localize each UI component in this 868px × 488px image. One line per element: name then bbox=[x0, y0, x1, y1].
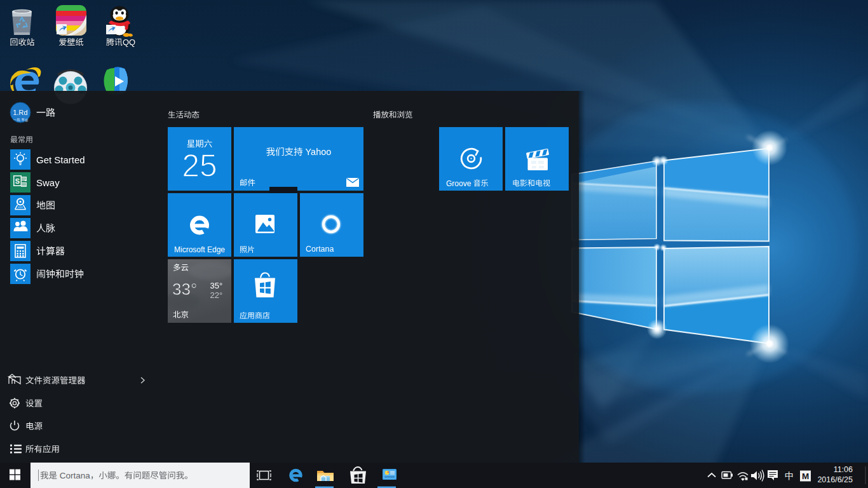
svg-text:Cortana: Cortana bbox=[306, 245, 334, 254]
svg-text:中: 中 bbox=[785, 471, 794, 481]
svg-text:2016/6/25: 2016/6/25 bbox=[817, 475, 853, 484]
svg-text:25: 25 bbox=[182, 148, 217, 184]
svg-text:Groove: Groove bbox=[446, 179, 471, 188]
svg-text:11:06: 11:06 bbox=[834, 465, 853, 474]
svg-text:Microsoft Edge: Microsoft Edge bbox=[174, 245, 225, 254]
svg-text:Get Started: Get Started bbox=[36, 154, 85, 165]
svg-text:Cortana: Cortana bbox=[60, 471, 91, 480]
svg-text:33°: 33° bbox=[172, 280, 197, 299]
svg-text:Sway: Sway bbox=[36, 177, 60, 188]
svg-text:你: 你 bbox=[25, 118, 29, 123]
svg-text:22°: 22° bbox=[210, 290, 223, 300]
svg-text:M: M bbox=[802, 471, 809, 481]
svg-text:Yahoo: Yahoo bbox=[306, 147, 332, 157]
svg-text:QQ: QQ bbox=[123, 37, 135, 47]
svg-text:35°: 35° bbox=[210, 281, 223, 290]
svg-text:1.Rd: 1.Rd bbox=[13, 109, 27, 116]
svg-text:S: S bbox=[15, 177, 20, 185]
